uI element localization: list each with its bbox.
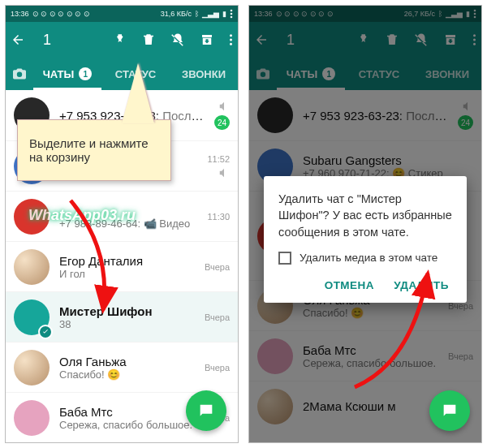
chat-time: 11:52 <box>207 154 230 164</box>
menu-icon <box>230 9 233 19</box>
chat-msg: 38 <box>59 318 200 330</box>
avatar <box>14 249 50 285</box>
delete-button[interactable]: УДАЛИТЬ <box>394 279 449 291</box>
new-chat-fab[interactable] <box>429 390 470 431</box>
chat-name: Мистер Шифон <box>59 304 200 318</box>
status-time: 13:36 <box>11 10 29 18</box>
archive-icon[interactable] <box>200 32 214 47</box>
svg-point-1 <box>231 13 233 15</box>
dialog-checkbox[interactable]: Удалить медиа в этом чате <box>278 252 452 265</box>
chat-time: Вчера <box>205 363 230 373</box>
camera-icon <box>11 67 28 80</box>
cancel-button[interactable]: ОТМЕНА <box>325 279 375 291</box>
pin-icon[interactable] <box>112 32 127 47</box>
checkbox-icon <box>278 252 291 265</box>
chat-msg: Спасибо! 😊 <box>59 368 200 381</box>
svg-point-2 <box>231 16 233 19</box>
battery-icon: ▮ <box>222 10 226 18</box>
chat-time: Вчера <box>205 262 230 272</box>
instruction-callout: Выделите и нажмите на корзину <box>17 119 171 181</box>
unread-badge: 24 <box>214 115 230 130</box>
svg-point-3 <box>230 34 232 37</box>
svg-point-5 <box>230 43 232 45</box>
new-chat-fab[interactable] <box>186 390 226 431</box>
avatar <box>14 350 50 386</box>
dialog-title: Удалить чат с "Мистер Шифон"? У вас есть… <box>278 191 452 240</box>
chat-time: Вчера <box>205 312 230 322</box>
phone-left: 13:36 ⊙ ⊙ ⊙ ⊙ ⊙ ⊙ ⊙ 31,6 КБ/с ᛒ ▁▃▅ ▮ 1 … <box>5 5 239 443</box>
tab-chats[interactable]: ЧАТЫ 1 <box>33 58 101 90</box>
list-item[interactable]: Егор ДанталияИ гол Вчера <box>6 241 238 291</box>
checkbox-label: Удалить медиа в этом чате <box>300 252 437 264</box>
avatar <box>14 400 50 436</box>
list-item[interactable]: Оля ГаньжаСпасибо! 😊 Вчера <box>6 342 238 392</box>
delete-dialog: Удалить чат с "Мистер Шифон"? У вас есть… <box>264 176 467 303</box>
chat-name: Баба Мтс <box>59 405 200 419</box>
phone-right: 13:36 ⊙ ⊙ ⊙ ⊙ ⊙ ⊙ ⊙ 26,7 КБ/с ᛒ ▁▃▅ ▮ 1 … <box>248 5 482 443</box>
chat-msg: Сережа, спасибо большое. <box>59 419 200 431</box>
muted-icon <box>218 167 230 179</box>
more-icon[interactable] <box>229 32 233 47</box>
status-dots: ⊙ ⊙ ⊙ ⊙ ⊙ ⊙ ⊙ <box>32 10 90 18</box>
selection-count: 1 <box>43 32 51 49</box>
selection-header: 1 <box>6 22 238 58</box>
chat-msg: И гол <box>59 268 200 280</box>
tab-chats-badge: 1 <box>79 67 92 80</box>
signal-icon: ▁▃▅ <box>202 10 219 18</box>
chat-name: Оля Ганьжа <box>59 355 200 368</box>
tab-calls-label: ЗВОНКИ <box>182 68 226 80</box>
statusbar: 13:36 ⊙ ⊙ ⊙ ⊙ ⊙ ⊙ ⊙ 31,6 КБ/с ᛒ ▁▃▅ ▮ <box>6 6 238 22</box>
watermark: WhatsApp03.ru <box>28 207 136 224</box>
trash-icon[interactable] <box>141 32 156 47</box>
svg-point-4 <box>230 39 232 41</box>
back-icon[interactable] <box>11 32 25 47</box>
muted-icon <box>218 101 230 112</box>
callout-text: Выделите и нажмите на корзину <box>29 136 149 164</box>
tab-chats-label: ЧАТЫ <box>43 68 75 80</box>
svg-point-0 <box>231 10 233 12</box>
list-item[interactable]: 2Мама Ксюши м <box>6 442 238 443</box>
tab-camera[interactable] <box>6 67 33 80</box>
bt-icon: ᛒ <box>195 10 199 18</box>
list-item[interactable]: Мистер Шифон38 Вчера <box>6 291 238 342</box>
chat-time: 11:30 <box>207 212 230 222</box>
message-icon <box>441 402 459 420</box>
mute-icon[interactable] <box>170 32 185 47</box>
status-speed: 31,6 КБ/с <box>161 10 192 18</box>
chat-name: Егор Данталия <box>59 254 200 268</box>
message-icon <box>197 402 215 420</box>
tab-calls[interactable]: ЗВОНКИ <box>170 58 238 90</box>
selected-check-icon <box>38 325 53 339</box>
